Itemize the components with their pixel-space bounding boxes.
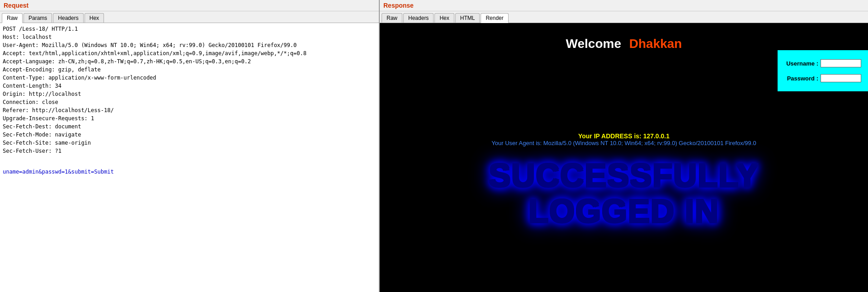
response-title: Response: [380, 0, 868, 11]
request-line-10: Connection: close: [3, 98, 376, 106]
response-render-area: Welcome Dhakkan Username : Password : Yo…: [380, 23, 868, 292]
tab-params-request[interactable]: Params: [24, 13, 52, 23]
request-line-5: Accept-Language: zh-CN,zh;q=0.8,zh-TW;q=…: [3, 57, 376, 66]
password-label: Password :: [787, 75, 818, 82]
username-input[interactable]: [821, 59, 861, 67]
welcome-text: Welcome: [566, 37, 621, 51]
request-line-2: Host: localhost: [3, 33, 376, 41]
left-panel: Request Raw Params Headers Hex POST /Les…: [0, 0, 380, 292]
password-input[interactable]: [821, 74, 861, 82]
request-content-area: POST /Less-18/ HTTP/1.1 Host: localhost …: [0, 23, 379, 292]
response-tab-bar: Raw Headers Hex HTML Render: [380, 11, 868, 23]
username-row: Username :: [784, 59, 861, 67]
username-label: Username :: [786, 60, 818, 67]
request-line-4: Accept: text/html,application/xhtml+xml,…: [3, 49, 376, 57]
success-line1: SUCCESSFULLY: [380, 158, 868, 193]
tab-raw-request[interactable]: Raw: [2, 13, 23, 23]
tab-render-response[interactable]: Render: [481, 13, 508, 23]
success-line2: LOGGED IN: [380, 193, 868, 229]
tab-hex-response[interactable]: Hex: [434, 13, 454, 23]
request-line-7: Content-Type: application/x-www-form-url…: [3, 74, 376, 82]
request-title: Request: [0, 0, 379, 11]
request-line-11: Referer: http://localhost/Less-18/: [3, 106, 376, 114]
tab-headers-response[interactable]: Headers: [403, 13, 434, 23]
login-form-box: Username : Password :: [778, 50, 868, 91]
tab-html-response[interactable]: HTML: [455, 13, 480, 23]
request-tab-bar: Raw Params Headers Hex: [0, 11, 379, 23]
request-body: uname=admin&passwd=1&submit=Submit: [3, 168, 376, 176]
main-container: Request Raw Params Headers Hex POST /Les…: [0, 0, 868, 292]
tab-hex-request[interactable]: Hex: [85, 13, 104, 23]
password-row: Password :: [784, 74, 861, 82]
request-line-6: Accept-Encoding: gzip, deflate: [3, 66, 376, 74]
success-section: SUCCESSFULLY LOGGED IN: [380, 153, 868, 238]
request-line-1: POST /Less-18/ HTTP/1.1: [3, 25, 376, 33]
request-line-14: Sec-Fetch-Mode: navigate: [3, 131, 376, 139]
tab-raw-response[interactable]: Raw: [382, 13, 402, 23]
tab-headers-request[interactable]: Headers: [53, 13, 83, 23]
request-line-15: Sec-Fetch-Site: same-origin: [3, 139, 376, 147]
request-line-9: Origin: http://localhost: [3, 90, 376, 98]
ip-address-text: Your IP ADDRESS is: 127.0.0.1: [380, 132, 868, 140]
request-line-13: Sec-Fetch-Dest: document: [3, 122, 376, 131]
user-agent-text: Your User Agent is: Mozilla/5.0 (Windows…: [380, 140, 868, 146]
welcome-name: Dhakkan: [629, 37, 682, 51]
request-line-3: User-Agent: Mozilla/5.0 (Windows NT 10.0…: [3, 41, 376, 49]
ip-section: Your IP ADDRESS is: 127.0.0.1 Your User …: [380, 128, 868, 149]
request-line-12: Upgrade-Insecure-Requests: 1: [3, 114, 376, 122]
request-line-16: Sec-Fetch-User: ?1: [3, 147, 376, 155]
right-panel: Response Raw Headers Hex HTML Render Wel…: [380, 0, 868, 292]
request-line-8: Content-Length: 34: [3, 82, 376, 90]
